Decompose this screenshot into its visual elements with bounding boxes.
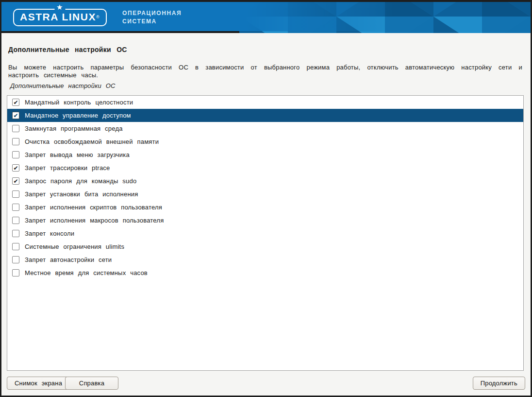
option-row[interactable]: Запрет вывода меню загрузчика xyxy=(7,148,523,161)
main-content: Дополнительные настройки ОС Вы можете на… xyxy=(1,33,531,396)
options-list[interactable]: ✔Мандатный контроль целостности✔Мандатно… xyxy=(7,95,524,371)
screenshot-button[interactable]: Снимок экрана xyxy=(7,377,70,390)
option-label: Запрет установки бита исполнения xyxy=(25,190,138,198)
option-row[interactable]: Запрет консоли xyxy=(7,227,523,240)
option-label: Запрет исполнения скриптов пользователя xyxy=(25,204,162,211)
checkbox-unchecked-icon[interactable] xyxy=(12,230,19,237)
header-banner: ★ ASTRA LINUX® ОПЕРАЦИОННАЯ СИСТЕМА xyxy=(1,2,531,33)
option-row[interactable]: ✔Мандатное управление доступом xyxy=(7,109,523,122)
page-description: Вы можете настроить параметры безопаснос… xyxy=(8,64,522,79)
option-label: Очистка освобождаемой внешней памяти xyxy=(25,138,159,145)
option-label: Системные ограничения ulimits xyxy=(25,243,124,250)
checkbox-unchecked-icon[interactable] xyxy=(12,269,19,276)
option-row[interactable]: ✔Запрет трассировки ptrace xyxy=(7,161,523,174)
option-row[interactable]: ✔Запрос пароля для команды sudo xyxy=(7,174,523,188)
installer-window: ★ ASTRA LINUX® ОПЕРАЦИОННАЯ СИСТЕМА Допо… xyxy=(0,0,532,397)
option-label: Запрос пароля для команды sudo xyxy=(25,177,136,185)
options-group-label: Дополнительные настройки ОС xyxy=(10,82,524,89)
option-row[interactable]: Очистка освобождаемой внешней памяти xyxy=(7,135,523,148)
checkbox-unchecked-icon[interactable] xyxy=(12,243,19,250)
option-label: Запрет трассировки ptrace xyxy=(25,164,110,172)
checkbox-checked-icon[interactable]: ✔ xyxy=(12,177,19,185)
option-label: Местное время для системных часов xyxy=(25,269,148,276)
option-label: Замкнутая программная среда xyxy=(25,125,123,132)
registered-mark: ® xyxy=(96,15,100,19)
checkbox-checked-icon[interactable]: ✔ xyxy=(12,112,19,119)
option-row[interactable]: Запрет исполнения макросов пользователя xyxy=(7,214,523,227)
product-name: ОПЕРАЦИОННАЯ СИСТЕМА xyxy=(122,9,182,26)
option-row[interactable]: Запрет установки бита исполнения xyxy=(7,188,523,201)
checkbox-unchecked-icon[interactable] xyxy=(12,217,19,224)
option-row[interactable]: Замкнутая программная среда xyxy=(7,122,523,135)
option-row[interactable]: Запрет исполнения скриптов пользователя xyxy=(7,201,523,214)
checkbox-checked-icon[interactable]: ✔ xyxy=(12,164,19,172)
option-row[interactable]: Системные ограничения ulimits xyxy=(7,240,523,253)
option-row[interactable]: Местное время для системных часов xyxy=(7,266,523,279)
checkbox-unchecked-icon[interactable] xyxy=(12,190,19,198)
continue-button[interactable]: Продолжить xyxy=(473,377,525,390)
option-label: Мандатный контроль целостности xyxy=(25,99,133,106)
option-row[interactable]: Запрет автонастройки сети xyxy=(7,253,523,266)
logo-text: ASTRA LINUX xyxy=(20,11,96,22)
option-label: Мандатное управление доступом xyxy=(25,112,131,119)
option-label: Запрет исполнения макросов пользователя xyxy=(25,217,164,224)
checkbox-checked-icon[interactable]: ✔ xyxy=(12,99,19,106)
option-label: Запрет консоли xyxy=(25,230,74,237)
option-label: Запрет автонастройки сети xyxy=(25,256,112,263)
option-row[interactable]: ✔Мандатный контроль целостности xyxy=(7,96,523,109)
page-title: Дополнительные настройки ОС xyxy=(8,46,524,53)
checkbox-unchecked-icon[interactable] xyxy=(12,138,19,145)
checkbox-unchecked-icon[interactable] xyxy=(12,256,19,263)
astra-linux-logo: ★ ASTRA LINUX® xyxy=(13,9,107,26)
checkbox-unchecked-icon[interactable] xyxy=(12,204,19,211)
help-button[interactable]: Справка xyxy=(65,377,118,390)
option-label: Запрет вывода меню загрузчика xyxy=(25,151,130,158)
checkbox-unchecked-icon[interactable] xyxy=(12,151,19,158)
checkbox-unchecked-icon[interactable] xyxy=(12,125,19,132)
star-icon: ★ xyxy=(54,3,66,11)
